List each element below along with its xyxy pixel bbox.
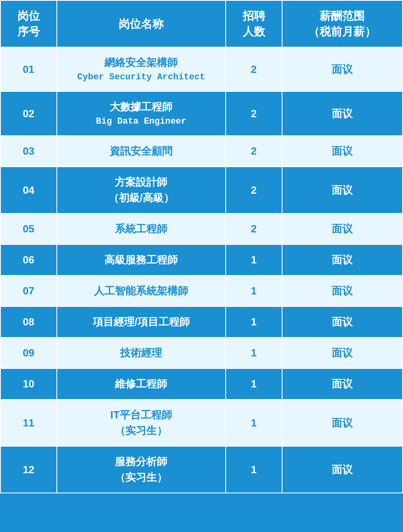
job-count: 2 xyxy=(226,91,282,136)
job-number: 05 xyxy=(0,213,57,244)
job-count: 1 xyxy=(226,368,282,400)
job-name-cn: 大數據工程師 xyxy=(61,99,221,115)
job-salary: 面议 xyxy=(282,167,403,213)
header-name: 岗位名称 xyxy=(57,0,226,47)
table-row: 10維修工程師1面议 xyxy=(0,368,403,400)
job-count: 2 xyxy=(226,136,282,167)
job-count: 1 xyxy=(226,275,282,306)
job-name: 系統工程師 xyxy=(57,213,226,244)
job-salary: 面议 xyxy=(282,213,403,244)
job-name: 高級服務工程師 xyxy=(57,244,226,275)
job-name: 服務分析師（实习生） xyxy=(57,446,226,493)
table-row: 11IT平台工程師（实习生）1面议 xyxy=(0,400,403,446)
job-salary: 面议 xyxy=(282,136,403,167)
job-salary: 面议 xyxy=(282,337,403,368)
job-number: 11 xyxy=(0,400,57,446)
job-name-en: Big Data Engineer xyxy=(61,115,221,128)
job-number: 03 xyxy=(0,136,57,167)
job-count: 1 xyxy=(226,306,282,337)
job-name-part: 方案設計師 xyxy=(115,176,167,188)
table-row: 04方案設計師（初級/高級）2面议 xyxy=(0,167,403,213)
job-name-cn: 網絡安全架構師 xyxy=(61,55,221,70)
table-row: 12服務分析師（实习生）1面议 xyxy=(0,446,403,493)
job-name-part: （实习生） xyxy=(115,471,167,483)
job-count: 2 xyxy=(226,47,282,91)
job-salary: 面议 xyxy=(282,244,403,275)
job-name-part: （实习生） xyxy=(115,424,167,437)
job-salary: 面议 xyxy=(282,400,403,446)
job-table: 岗位序号 岗位名称 招聘人数 薪酬范围（税前月薪） 01網絡安全架構師Cyber… xyxy=(0,0,403,493)
job-name: 人工智能系統架構師 xyxy=(57,275,226,306)
job-number: 12 xyxy=(0,446,57,493)
job-number: 04 xyxy=(0,167,57,213)
header-num: 岗位序号 xyxy=(0,0,57,47)
job-name-en: Cyber Security Architect xyxy=(61,70,221,84)
job-number: 02 xyxy=(0,91,57,136)
job-salary: 面议 xyxy=(282,368,403,400)
job-name: 資訊安全顧問 xyxy=(57,136,226,167)
table-row: 05系統工程師2面议 xyxy=(0,213,403,244)
job-count: 1 xyxy=(226,446,282,493)
job-name-part: 服務分析師 xyxy=(115,455,167,468)
job-number: 07 xyxy=(0,275,57,306)
job-salary: 面议 xyxy=(282,446,403,493)
header-count: 招聘人数 xyxy=(226,0,282,47)
job-name-part: （初級/高級） xyxy=(108,192,174,204)
job-salary: 面议 xyxy=(282,47,403,91)
table-row: 01網絡安全架構師Cyber Security Architect2面议 xyxy=(0,47,403,91)
job-count: 1 xyxy=(226,244,282,275)
job-count: 2 xyxy=(226,167,282,213)
table-header: 岗位序号 岗位名称 招聘人数 薪酬范围（税前月薪） xyxy=(0,0,403,47)
table-row: 02大數據工程師Big Data Engineer2面议 xyxy=(0,91,403,136)
job-name: 維修工程師 xyxy=(57,368,226,400)
job-count: 1 xyxy=(226,400,282,446)
job-number: 10 xyxy=(0,368,57,400)
job-salary: 面议 xyxy=(282,91,403,136)
job-salary: 面议 xyxy=(282,306,403,337)
job-number: 08 xyxy=(0,306,57,337)
job-name: 方案設計師（初級/高級） xyxy=(57,167,226,213)
job-name: 網絡安全架構師Cyber Security Architect xyxy=(57,47,226,91)
job-count: 1 xyxy=(226,337,282,368)
job-name-part: IT平台工程師 xyxy=(110,409,172,421)
job-name: 技術經理 xyxy=(57,337,226,368)
table-row: 07人工智能系統架構師1面议 xyxy=(0,275,403,306)
table-row: 06高級服務工程師1面议 xyxy=(0,244,403,275)
table-row: 09技術經理1面议 xyxy=(0,337,403,368)
header-salary: 薪酬范围（税前月薪） xyxy=(282,0,403,47)
job-salary: 面议 xyxy=(282,275,403,306)
table-row: 03資訊安全顧問2面议 xyxy=(0,136,403,167)
job-name: IT平台工程師（实习生） xyxy=(57,400,226,446)
job-number: 06 xyxy=(0,244,57,275)
job-name: 項目經理/項目工程師 xyxy=(57,306,226,337)
table-row: 08項目經理/項目工程師1面议 xyxy=(0,306,403,337)
job-count: 2 xyxy=(226,213,282,244)
job-name: 大數據工程師Big Data Engineer xyxy=(57,91,226,136)
job-number: 01 xyxy=(0,47,57,91)
job-number: 09 xyxy=(0,337,57,368)
